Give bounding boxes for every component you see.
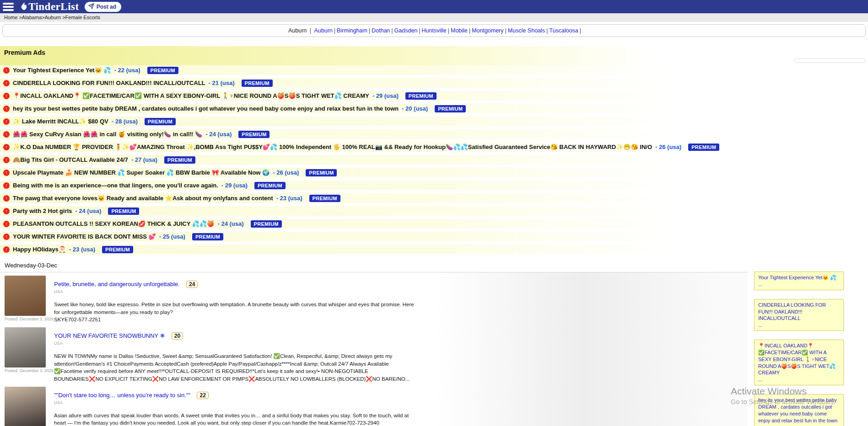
arrow-up-circle-icon: ↑ — [3, 246, 10, 253]
premium-ad-row[interactable]: ↑ ✨K.O Daa NUMBER 🏆 PROVIDER 🧍✨💕AMAZING … — [0, 142, 868, 152]
sidebar-ad-box[interactable]: hey its your best wettes petite baby DRE… — [754, 394, 844, 426]
listing-age-badge: 22 — [197, 392, 208, 399]
premium-badge[interactable]: PREMIUM — [251, 220, 282, 228]
post-ad-button[interactable]: Post ad — [85, 2, 121, 12]
premium-ad-title[interactable]: ✨K.O Daa NUMBER 🏆 PROVIDER 🧍✨💕AMAZING Th… — [13, 144, 652, 150]
premium-ad-row[interactable]: ↑ Happy HOlidays🎅 - 23 (usa) PREMIUM — [0, 245, 868, 254]
premium-badge[interactable]: PREMIUM — [309, 195, 340, 202]
arrow-up-circle-icon: ↑ — [3, 208, 10, 214]
premium-ad-row[interactable]: ↑ PLEASANTON OUTCALLS !! SEXY KOREAN💋 TH… — [0, 219, 868, 229]
premium-badge[interactable]: PREMIUM — [405, 92, 437, 100]
listing-title-link[interactable]: Petite, brunette, and dangerously unforg… — [54, 281, 180, 288]
premium-ad-age-country: - 29 (usa) — [372, 92, 399, 99]
flame-icon — [19, 2, 28, 12]
premium-ad-title[interactable]: Party with 2 Hot girls — [13, 208, 72, 214]
premium-ad-title[interactable]: 📍INCALL OAKLAND📍 ✅FACETIME/CAR✅ WITH A S… — [13, 92, 369, 99]
premium-badge[interactable]: PREMIUM — [242, 80, 273, 87]
ad-placeholder-box — [794, 59, 865, 63]
sidebar-ad-box[interactable]: 📍INCALL OAKLAND📍 ✅FACETIME/CAR✅ WITH A S… — [754, 340, 844, 385]
premium-ad-age-country: - 25 (usa) — [159, 233, 185, 240]
premium-ad-row[interactable]: ↑ Your Tightest Experience Yet🐱 💦 - 22 (… — [0, 65, 868, 75]
premium-ad-row[interactable]: ↑ hey its your best wettes petite baby D… — [0, 104, 868, 113]
city-link[interactable]: Mobile — [451, 27, 468, 34]
premium-ad-title[interactable]: Your Tightest Experience Yet🐱 💦 — [13, 67, 111, 74]
city-link[interactable]: Huntsville — [422, 27, 447, 34]
sidebar-ad-box[interactable]: CINDERELLA LOOKING FOR FUN!!! OAKLAND!!!… — [754, 299, 844, 331]
premium-ad-row[interactable]: ↑ CINDERELLA LOOKING FOR FUN!!! OAKLAND!… — [0, 78, 868, 88]
premium-ad-row[interactable]: ↑ 🌺🌺 Sexy CuRvy Asian 🌺🌺 in call 🍯 visit… — [0, 129, 868, 139]
site-logo[interactable]: TinderList — [19, 1, 79, 13]
premium-ad-age-country: - 21 (usa) — [209, 80, 235, 86]
city-link[interactable]: Muscle Shoals — [508, 27, 545, 34]
listing-thumbnail[interactable] — [5, 327, 46, 367]
listing-row: Posted: December 3, 2025 ""Don't stare t… — [0, 383, 748, 426]
premium-badge[interactable]: PREMIUM — [108, 208, 139, 215]
sidebar-ad-box[interactable]: Your Tightest Experience Yet🐱 💦 ... — [754, 272, 844, 290]
city-link[interactable]: Tuscaloosa — [549, 27, 578, 34]
premium-ad-row[interactable]: ↑ YOUR WINTER FAVORITE IS BACK DONT MISS… — [0, 232, 868, 241]
city-link[interactable]: Gadsden — [394, 27, 418, 34]
city-link[interactable]: Dothan — [372, 27, 390, 34]
premium-ad-row[interactable]: ↑ ✨ Lake Merritt INCALL✨ $80 QV - 28 (us… — [0, 117, 868, 126]
premium-ad-title[interactable]: 🌺🌺 Sexy CuRvy Asian 🌺🌺 in call 🍯 visitin… — [13, 131, 202, 138]
premium-ad-age-country: - 23 (usa) — [69, 246, 95, 253]
premium-ad-age-country: - 20 (usa) — [402, 105, 428, 112]
premium-ad-row[interactable]: ↑ Being with me is an experience—one tha… — [0, 181, 868, 190]
listing-country: USA — [54, 341, 415, 346]
sidebar-ad-title[interactable]: hey its your best wettes petite baby DRE… — [758, 397, 837, 423]
premium-ad-row[interactable]: ↑ The pawg that everyone loves🐱 Ready an… — [0, 193, 868, 203]
premium-ad-title[interactable]: Upscale Playmate 🍰 NEW NUMBER 💦 Super So… — [13, 169, 270, 176]
premium-ad-age-country: - 24 (usa) — [217, 220, 243, 227]
premium-ad-row[interactable]: ↑ 🙈Big Tits Girl - OUTCALL Available 24/… — [0, 155, 868, 165]
premium-ad-title[interactable]: YOUR WINTER FAVORITE IS BACK DONT MISS 💕 — [13, 233, 156, 240]
arrow-up-circle-icon: ↑ — [3, 144, 10, 150]
listing-thumbnail[interactable] — [5, 387, 46, 426]
arrow-up-circle-icon: ↑ — [3, 221, 10, 227]
premium-ad-age-country: - 26 (usa) — [655, 144, 681, 150]
premium-ad-title[interactable]: hey its your best wettes petite baby DRE… — [13, 105, 399, 112]
premium-badge[interactable]: PREMIUM — [254, 182, 286, 189]
premium-ad-age-country: - 24 (usa) — [75, 208, 101, 214]
city-link[interactable]: Auburn — [314, 27, 332, 34]
breadcrumb[interactable]: Home >Alabama>Auburn >Female Escorts — [0, 13, 868, 22]
city-current: Auburn — [288, 27, 307, 34]
premium-ad-title[interactable]: CINDERELLA LOOKING FOR FUN!!! OAKLAND!!!… — [13, 80, 205, 86]
city-link[interactable]: Birmingham — [337, 27, 367, 34]
premium-ad-title[interactable]: PLEASANTON OUTCALLS !! SEXY KOREAN💋 THIC… — [13, 220, 214, 227]
listing-description: NEW IN TOWNMy name is Dallas !Seductive,… — [54, 352, 415, 383]
listing-title-link[interactable]: YOUR NEW FAVORITE SNOWBUNNY ❄ — [54, 332, 165, 339]
premium-ad-age-country: - 22 (usa) — [114, 67, 140, 74]
premium-badge[interactable]: PREMIUM — [435, 105, 466, 112]
sidebar-ad-title[interactable]: CINDERELLA LOOKING FOR FUN!!! OAKLAND!!!… — [758, 302, 826, 321]
premium-ad-title[interactable]: The pawg that everyone loves🐱 Ready and … — [13, 195, 273, 202]
premium-badge[interactable]: PREMIUM — [238, 131, 270, 138]
arrow-up-circle-icon: ↑ — [3, 67, 10, 74]
sidebar-ad-title[interactable]: 📍INCALL OAKLAND📍 ✅FACETIME/CAR✅ WITH A S… — [758, 343, 836, 375]
listing-thumbnail[interactable] — [5, 276, 46, 316]
arrow-up-circle-icon: ↑ — [3, 195, 10, 202]
city-link[interactable]: Montgomery — [472, 27, 503, 34]
premium-ad-row[interactable]: ↑ Upscale Playmate 🍰 NEW NUMBER 💦 Super … — [0, 168, 868, 177]
sidebar-ad-title[interactable]: Your Tightest Experience Yet🐱 💦 — [758, 275, 836, 280]
premium-badge[interactable]: PREMIUM — [688, 144, 719, 151]
premium-badge[interactable]: PREMIUM — [192, 233, 223, 240]
premium-ad-title[interactable]: Being with me is an experience—one that … — [13, 182, 218, 189]
sidebar-ad-ellipsis: ... — [758, 424, 840, 426]
premium-badge[interactable]: PREMIUM — [306, 169, 337, 176]
listing-country: USA — [54, 400, 415, 405]
premium-ads-section: Premium Ads ↑ Your Tightest Experience Y… — [0, 46, 868, 254]
hamburger-menu-icon[interactable] — [3, 3, 14, 11]
premium-badge[interactable]: PREMIUM — [145, 118, 176, 125]
premium-badge[interactable]: PREMIUM — [147, 67, 178, 74]
premium-ad-row[interactable]: ↑ 📍INCALL OAKLAND📍 ✅FACETIME/CAR✅ WITH A… — [0, 91, 868, 101]
premium-ad-title[interactable]: Happy HOlidays🎅 — [13, 246, 66, 253]
listing-title-link[interactable]: ""Don't stare too long… unless you're re… — [54, 392, 190, 399]
premium-ad-row[interactable]: ↑ Party with 2 Hot girls - 24 (usa) PREM… — [0, 206, 868, 216]
premium-ad-title[interactable]: 🙈Big Tits Girl - OUTCALL Available 24/7 — [13, 156, 128, 163]
sidebar-ad-ellipsis: ... — [758, 322, 840, 329]
premium-ad-age-country: - 23 (usa) — [276, 195, 302, 202]
premium-ad-title[interactable]: ✨ Lake Merritt INCALL✨ $80 QV — [13, 118, 108, 125]
premium-badge[interactable]: PREMIUM — [164, 156, 195, 164]
listing-contact: SKYE702-577-2251 — [54, 316, 415, 324]
premium-badge[interactable]: PREMIUM — [102, 246, 133, 253]
